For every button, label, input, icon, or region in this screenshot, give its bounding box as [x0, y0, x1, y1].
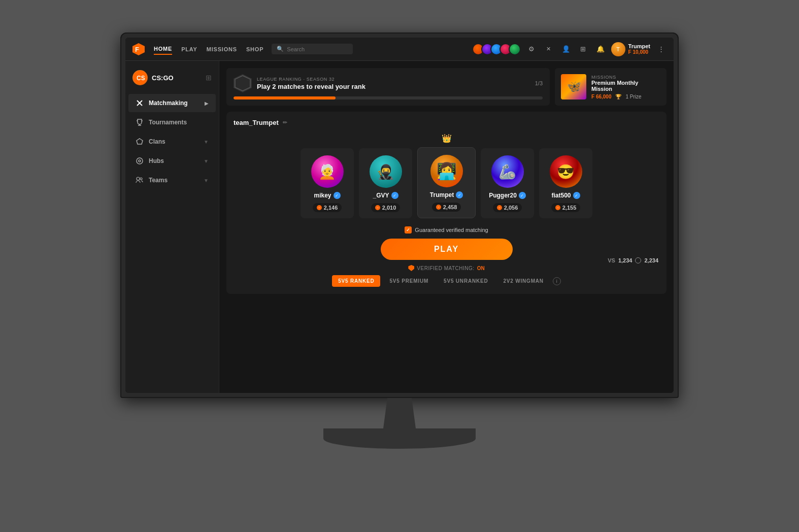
clans-arrow: ▼: [204, 139, 209, 145]
mission-name: Premium Monthly Mission: [591, 80, 660, 92]
sidebar-item-tournaments[interactable]: Tournaments: [128, 113, 216, 131]
sidebar-item-hubs[interactable]: Hubs ▼: [128, 152, 216, 170]
elo-icon-mikey: [317, 205, 322, 210]
mission-label: MISSIONS: [591, 75, 660, 80]
verified-icon-fiat: ✓: [573, 192, 580, 199]
mission-prize-divider: 🏆: [615, 94, 621, 99]
player-card-mikey: 🧑‍🦳 mikey ✓ 2,146: [301, 148, 354, 218]
player-card-trumpet: 👩‍💻 Trumpet ✓ 2,458: [417, 147, 476, 218]
nav-shop[interactable]: SHOP: [246, 44, 263, 54]
sidebar-item-clans[interactable]: Clans ▼: [128, 132, 216, 151]
nav-play[interactable]: PLAY: [181, 44, 197, 54]
sidebar-item-teams[interactable]: Teams ▼: [128, 171, 216, 189]
svg-marker-15: [235, 76, 250, 91]
player-elo-trumpet: 2,458: [432, 203, 461, 212]
settings-button[interactable]: ⚙: [525, 43, 538, 56]
crown-icon: 👑: [442, 134, 452, 143]
verified-icon-gvy: ✓: [391, 192, 398, 199]
league-banner: LEAGUE RANKING · SEASON 32 Play 2 matche…: [226, 68, 550, 106]
add-user-icon: 👤: [562, 45, 570, 53]
notification-button[interactable]: 🔔: [594, 43, 607, 56]
sidebar: CS CS:GO ⊞ M: [125, 61, 219, 393]
svg-text:CS: CS: [137, 75, 145, 82]
user-profile[interactable]: T Trumpet F 10,000: [611, 42, 650, 56]
sidebar-item-matchmaking[interactable]: Matchmaking ▶: [128, 94, 216, 112]
tournaments-icon: [136, 118, 144, 126]
player-elo-gvy: 2,010: [371, 203, 401, 212]
player-card-fiat: 😎 fiat500 ✓ 2,155: [539, 148, 592, 218]
player-elo-fiat: 2,155: [551, 203, 581, 212]
faceit-logo: F: [131, 42, 146, 56]
elo-value-pugger: 2,056: [504, 205, 518, 211]
more-menu-button[interactable]: ⋮: [654, 43, 668, 56]
verified-icon-pugger: ✓: [519, 192, 526, 199]
crown-container: 👑: [234, 134, 659, 143]
player-name-fiat: fiat500: [551, 192, 571, 199]
shield-icon: [408, 265, 414, 271]
mission-info: MISSIONS Premium Monthly Mission F 66,00…: [591, 75, 660, 99]
info-icon[interactable]: i: [553, 277, 561, 285]
grid-icon[interactable]: ⊞: [206, 74, 212, 82]
game-name: CS:GO: [152, 74, 202, 82]
svg-point-13: [137, 177, 140, 180]
player-name-row-trumpet: Trumpet ✓: [430, 191, 463, 198]
add-friend-button[interactable]: 👤: [559, 43, 573, 56]
league-fraction: 1/3: [535, 80, 543, 86]
mission-banner[interactable]: MISSIONS Premium Monthly Mission F 66,00…: [555, 68, 667, 106]
mode-tabs: 5V5 RANKED 5V5 PREMIUM 5V5 UNRANKED 2V2 …: [234, 275, 659, 287]
main-content: LEAGUE RANKING · SEASON 32 Play 2 matche…: [219, 61, 674, 393]
player-name-trumpet: Trumpet: [430, 191, 454, 198]
vs-count: 1,234: [618, 257, 632, 263]
search-input[interactable]: [287, 46, 348, 52]
monitor-stand-base: [323, 428, 476, 449]
progress-bar: [234, 96, 543, 99]
play-button[interactable]: PLAY: [381, 239, 513, 260]
league-title: Play 2 matches to reveal your rank: [257, 83, 530, 90]
team-name: team_Trumpet: [234, 119, 279, 126]
nav-home[interactable]: HOME: [154, 44, 172, 55]
globe-count: 2,234: [644, 257, 658, 263]
player-name-row-fiat: fiat500 ✓: [551, 192, 580, 199]
window-button[interactable]: ⊞: [577, 43, 590, 56]
player-name-row-mikey: mikey ✓: [314, 192, 340, 199]
hubs-icon: [136, 157, 144, 165]
verified-icon-mikey: ✓: [334, 192, 341, 199]
search-bar[interactable]: 🔍: [272, 44, 353, 54]
banners-row: LEAGUE RANKING · SEASON 32 Play 2 matche…: [226, 68, 667, 106]
mode-tab-2v2wingman[interactable]: 2V2 WINGMAN: [497, 275, 549, 287]
topnav: F HOME PLAY MISSIONS SHOP 🔍: [125, 38, 674, 61]
avatar: T: [611, 42, 625, 56]
hubs-arrow: ▼: [204, 158, 209, 164]
rank-badge: [234, 74, 252, 92]
hubs-label: Hubs: [149, 157, 198, 164]
team-header: team_Trumpet ✏: [234, 119, 659, 126]
svg-point-11: [137, 158, 143, 164]
elo-value-gvy: 2,010: [382, 205, 396, 211]
close-button[interactable]: ✕: [542, 43, 555, 56]
league-subtitle: LEAGUE RANKING · SEASON 32: [257, 77, 530, 82]
verified-on-prefix: VERIFIED MATCHING:: [417, 265, 474, 271]
player-card-gvy: 🥷 _GVY ✓ 2,010: [359, 148, 412, 218]
edit-team-icon[interactable]: ✏: [283, 119, 287, 126]
nav-missions[interactable]: MISSIONS: [207, 44, 237, 54]
matchmaking-icon: [136, 99, 144, 107]
verified-matching-label: Guaranteed verified matching: [415, 227, 488, 233]
vs-overlay: VS 1,234 2,234: [608, 257, 658, 263]
mode-tab-5v5premium[interactable]: 5V5 PREMIUM: [383, 275, 435, 287]
player-elo-mikey: 2,146: [313, 203, 342, 212]
svg-point-14: [140, 178, 142, 180]
mode-tab-5v5ranked[interactable]: 5V5 RANKED: [332, 275, 380, 287]
player-avatar-gvy: 🥷: [370, 155, 402, 188]
mission-stats: F 66,000 🏆 1 Prize: [591, 94, 660, 99]
nav-items: HOME PLAY MISSIONS SHOP: [154, 44, 263, 55]
mode-tab-5v5unranked[interactable]: 5V5 UNRANKED: [438, 275, 494, 287]
monitor-stand-neck: [379, 398, 420, 428]
svg-text:F: F: [135, 46, 139, 53]
player-avatar-pugger: 🦾: [491, 155, 524, 188]
online-avatars: [472, 43, 521, 55]
player-avatar-fiat: 😎: [550, 155, 582, 188]
verified-on-value: ON: [477, 265, 485, 271]
teams-icon: [136, 176, 144, 184]
matchmaking-arrow: ▶: [205, 101, 209, 106]
game-selector[interactable]: CS CS:GO ⊞: [125, 66, 219, 89]
